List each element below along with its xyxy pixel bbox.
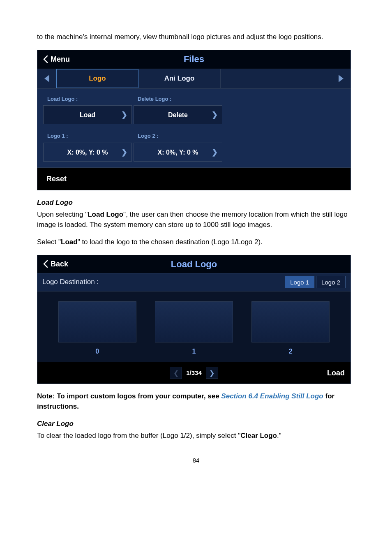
reset-button[interactable]: Reset: [37, 167, 350, 190]
triangle-left-icon: [44, 75, 49, 82]
tab-next-button[interactable]: [332, 75, 350, 82]
tab-logo[interactable]: Logo: [56, 69, 138, 88]
load-logo-p2: Select "Load" to load the logo to the ch…: [37, 237, 355, 247]
logo1-label: Logo 1 :: [47, 132, 132, 140]
load-logo-p1: Upon selecting "Load Logo", the user can…: [37, 210, 355, 230]
load-logo-header: Back Load Logo: [37, 255, 350, 273]
logo1-toggle[interactable]: Logo 1: [285, 276, 314, 288]
chevron-right-icon: ❯: [209, 368, 214, 378]
chevron-left-icon: [43, 56, 48, 63]
load-logo-heading: Load Logo: [37, 198, 355, 208]
page-number: 84: [37, 456, 355, 465]
chevron-left-icon: ❮: [173, 368, 179, 378]
thumbnail-1[interactable]: [155, 301, 233, 342]
delete-logo-label: Delete Logo :: [138, 95, 222, 103]
delete-button[interactable]: Delete ❯: [134, 105, 222, 124]
pager-next-button[interactable]: ❯: [206, 367, 218, 379]
import-note: Note: To import custom logos from your c…: [37, 391, 355, 412]
logo2-position-button[interactable]: X: 0%, Y: 0 % ❯: [134, 143, 222, 162]
logo2-label: Logo 2 :: [138, 132, 222, 140]
load-logo-footer: ❮ 1/334 ❯ Load: [37, 362, 350, 384]
logo1-value: X: 0%, Y: 0 %: [67, 148, 108, 157]
thumbnail-1-caption: 1: [155, 347, 233, 356]
chevron-right-icon: ❯: [121, 109, 127, 120]
files-body: Load Logo : Load ❯ Delete Logo : Delete …: [37, 89, 350, 168]
thumbnail-2[interactable]: [251, 301, 330, 342]
chevron-right-icon: ❯: [212, 109, 218, 120]
pager: ❮ 1/334 ❯: [170, 367, 218, 379]
section-link[interactable]: Section 6.4 Enabling Still Logo: [221, 392, 323, 400]
destination-row: Logo Destination : Logo 1 Logo 2: [37, 273, 350, 291]
tab-ani-logo[interactable]: Ani Logo: [138, 69, 221, 88]
load-confirm-button[interactable]: Load: [327, 368, 345, 378]
logo2-value: X: 0%, Y: 0 %: [158, 148, 198, 157]
thumbnail-0-caption: 0: [58, 347, 136, 356]
chevron-right-icon: ❯: [212, 147, 218, 157]
back-label: Back: [51, 259, 68, 269]
triangle-right-icon: [339, 75, 344, 82]
chevron-left-icon: [43, 260, 48, 268]
tab-bar: Logo Ani Logo: [37, 69, 350, 89]
files-menu-screenshot: Menu Files Logo Ani Logo Load Logo : Loa…: [37, 50, 351, 191]
logo1-position-button[interactable]: X: 0%, Y: 0 % ❯: [43, 143, 132, 162]
load-button-text: Load: [80, 110, 95, 120]
thumbnail-0[interactable]: [58, 301, 136, 342]
pager-label: 1/334: [182, 368, 206, 377]
chevron-right-icon: ❯: [121, 147, 127, 157]
clear-logo-heading: Clear Logo: [37, 419, 355, 429]
menu-label: Menu: [51, 54, 70, 65]
delete-button-text: Delete: [168, 110, 188, 120]
load-logo-label: Load Logo :: [47, 95, 132, 103]
files-header: Menu Files: [37, 50, 350, 69]
load-logo-title: Load Logo: [37, 258, 350, 271]
logo2-toggle[interactable]: Logo 2: [316, 276, 346, 288]
clear-logo-p: To clear the loaded logo from the buffer…: [37, 431, 355, 441]
intro-text: to the machine's internal memory, view t…: [37, 32, 355, 42]
back-button[interactable]: Back: [37, 259, 74, 269]
load-logo-screenshot: Back Load Logo Logo Destination : Logo 1…: [37, 255, 351, 384]
menu-back-button[interactable]: Menu: [37, 54, 76, 65]
destination-label: Logo Destination :: [42, 277, 99, 287]
pager-prev-button[interactable]: ❮: [170, 367, 182, 379]
tab-prev-button[interactable]: [37, 75, 56, 82]
destination-toggle: Logo 1 Logo 2: [283, 276, 346, 288]
thumbnail-2-caption: 2: [251, 347, 330, 356]
thumbnail-area: 0 1 2: [37, 291, 350, 362]
load-button[interactable]: Load ❯: [43, 105, 132, 124]
files-title: Files: [37, 53, 350, 66]
